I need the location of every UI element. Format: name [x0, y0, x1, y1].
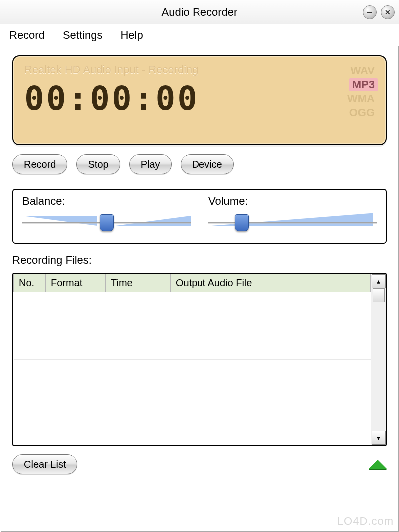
watermark: LO4D.com: [337, 515, 394, 528]
format-wav[interactable]: WAV: [348, 64, 378, 77]
volume-track: [208, 222, 377, 224]
volume-slider[interactable]: [208, 213, 377, 233]
table-row[interactable]: [14, 292, 371, 309]
table-row[interactable]: [14, 394, 371, 411]
table-row[interactable]: [14, 326, 371, 343]
table-row[interactable]: [14, 428, 371, 445]
balance-wedge-left-icon: [22, 216, 97, 226]
table-row[interactable]: [14, 309, 371, 326]
balance-group: Balance:: [22, 195, 191, 233]
window-title: Audio Recorder: [0, 6, 399, 19]
balance-label: Balance:: [22, 195, 191, 208]
balance-thumb[interactable]: [100, 214, 114, 231]
recording-files-label: Recording Files:: [12, 254, 387, 267]
minimize-button[interactable]: [363, 5, 377, 19]
device-button[interactable]: Device: [181, 154, 234, 174]
col-time[interactable]: Time: [106, 274, 171, 292]
recording-time: 00:00:00: [24, 79, 344, 118]
scroll-thumb[interactable]: [373, 288, 385, 302]
format-list: WAV MP3 WMA OGG: [344, 64, 378, 139]
balance-slider[interactable]: [22, 213, 191, 233]
lcd-panel: Realtek HD Audio Input - Recording 00:00…: [12, 55, 387, 145]
volume-thumb[interactable]: [235, 214, 249, 231]
content-area: Realtek HD Audio Input - Recording 00:00…: [0, 46, 399, 532]
scroll-down-button[interactable]: ▾: [372, 431, 386, 445]
balance-wedge-right-icon: [116, 216, 191, 226]
files-tbody: [14, 292, 371, 445]
transport-buttons: Record Stop Play Device: [12, 154, 387, 174]
window-controls: [363, 5, 395, 19]
menu-settings[interactable]: Settings: [63, 29, 103, 42]
lcd-left: Realtek HD Audio Input - Recording 00:00…: [24, 63, 344, 139]
volume-label: Volume:: [208, 195, 377, 208]
record-button[interactable]: Record: [12, 154, 67, 174]
format-mp3[interactable]: MP3: [349, 78, 378, 91]
files-scrollbar[interactable]: ▴ ▾: [371, 274, 386, 445]
scroll-up-button[interactable]: ▴: [372, 274, 386, 288]
format-ogg[interactable]: OGG: [346, 106, 378, 119]
menu-help[interactable]: Help: [120, 29, 143, 42]
files-panel: No. Format Time Output Audio File: [12, 273, 387, 446]
table-row[interactable]: [14, 343, 371, 360]
format-wma[interactable]: WMA: [344, 92, 378, 105]
sliders-panel: Balance: Volume:: [12, 189, 387, 244]
col-output[interactable]: Output Audio File: [171, 274, 371, 292]
menubar: Record Settings Help: [0, 24, 399, 46]
col-format[interactable]: Format: [46, 274, 106, 292]
recording-status: Realtek HD Audio Input - Recording: [24, 63, 344, 76]
table-row[interactable]: [14, 411, 371, 428]
titlebar: Audio Recorder: [0, 0, 399, 24]
app-window: Audio Recorder Record Settings Help Real…: [0, 0, 399, 532]
col-no[interactable]: No.: [14, 274, 46, 292]
close-button[interactable]: [381, 5, 395, 19]
expand-up-icon[interactable]: [369, 460, 387, 469]
table-row[interactable]: [14, 377, 371, 394]
table-row[interactable]: [14, 360, 371, 377]
play-button[interactable]: Play: [129, 154, 172, 174]
bottom-row: Clear List: [12, 454, 387, 474]
menu-record[interactable]: Record: [9, 29, 45, 42]
stop-button[interactable]: Stop: [76, 154, 120, 174]
volume-wedge-icon: [208, 213, 373, 226]
clear-list-button[interactable]: Clear List: [12, 454, 77, 474]
files-table: No. Format Time Output Audio File: [13, 274, 371, 445]
volume-group: Volume:: [208, 195, 377, 233]
